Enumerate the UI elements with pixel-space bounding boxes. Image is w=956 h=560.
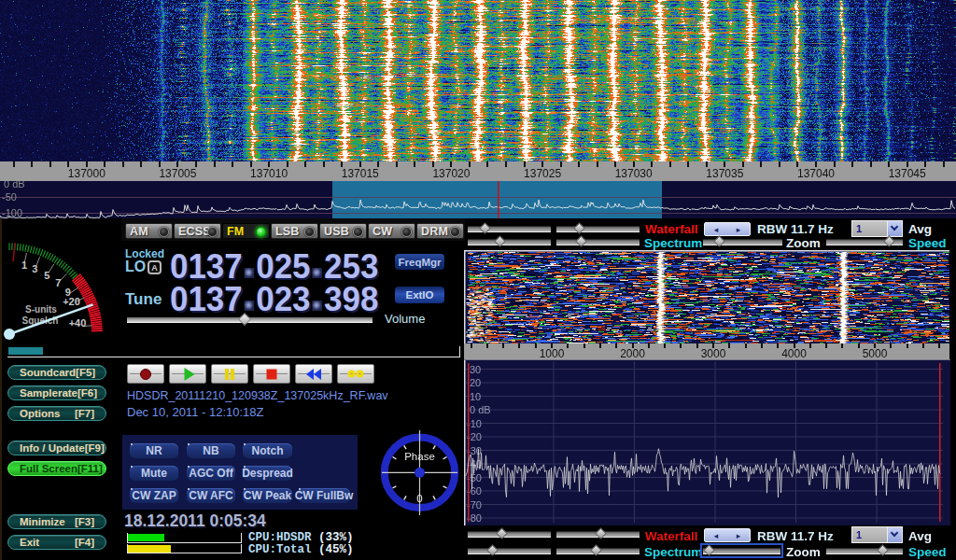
svg-text:S-units: S-units [25, 304, 57, 315]
svg-text:1: 1 [21, 259, 27, 271]
svg-text:Phase: Phase [404, 451, 435, 462]
svg-text:5: 5 [44, 270, 49, 281]
svg-text:0: 0 [416, 493, 422, 504]
svg-text:+20: +20 [63, 296, 80, 307]
svg-text:3: 3 [32, 263, 37, 274]
svg-text:7: 7 [55, 277, 61, 288]
svg-text:+40: +40 [69, 317, 87, 329]
